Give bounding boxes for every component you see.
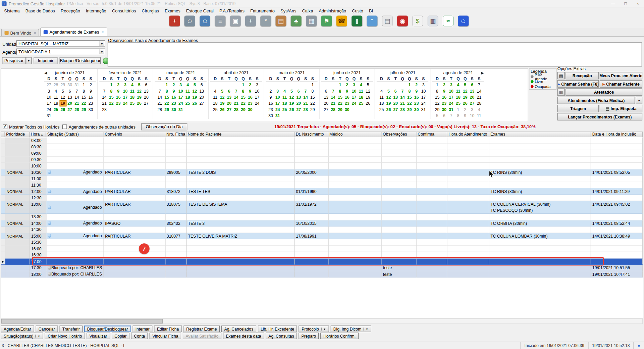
calendar-day[interactable]: 7 <box>156 88 163 94</box>
calendar-day[interactable]: 23 <box>170 100 177 106</box>
calendar-day[interactable]: 28 <box>73 106 80 112</box>
col-nome-do-paciente[interactable]: Nome do Paciente <box>186 132 294 137</box>
calendar-day[interactable]: 5 <box>365 82 372 88</box>
calendar-day[interactable]: 9 <box>115 88 122 94</box>
calendar-day[interactable]: 28 <box>233 106 240 112</box>
tab-close-icon[interactable]: × <box>34 31 36 35</box>
schedule-row-1700[interactable]: ▸17:00 <box>1 258 643 265</box>
records-icon[interactable]: ≡ <box>215 16 225 27</box>
calendar-day[interactable]: 30 <box>87 106 94 112</box>
calendar-day[interactable]: 5 <box>59 88 66 94</box>
lancar-procedimentos-button[interactable]: Lançar Procedimentos (Exames) <box>557 113 642 120</box>
calendar-day[interactable]: 12 <box>365 88 372 94</box>
calendar-day[interactable]: 19 <box>288 100 295 106</box>
recepcao-button[interactable]: Recepção <box>566 72 599 79</box>
calendar-day[interactable]: 10 <box>45 94 52 100</box>
calendar-day[interactable]: 6 <box>441 113 448 119</box>
action-copiar[interactable]: Copiar <box>112 333 129 339</box>
calendar-day[interactable]: 5 <box>385 88 392 94</box>
horizontal-scrollbar[interactable] <box>1 318 643 324</box>
atendimentos-dropdown-icon[interactable]: ▼ <box>636 97 643 104</box>
action-editar-ficha[interactable]: Editar Ficha <box>154 326 181 332</box>
calendar-day[interactable]: 11 <box>129 88 136 94</box>
calendar-day[interactable]: 22 <box>309 100 316 106</box>
meus-proc-button[interactable]: Meus Proc. em Aberto <box>600 72 642 79</box>
calendar-day[interactable]: 7 <box>233 88 240 94</box>
calendar-day[interactable]: 30 <box>66 82 73 88</box>
action-transferir[interactable]: Transferir <box>59 326 83 332</box>
calendar-day[interactable]: 2 <box>413 82 420 88</box>
col-convenio[interactable]: Convênio <box>104 132 165 137</box>
schedule-row-1500[interactable]: NORMAL15:00AgendadoPARTICULAR318077TESTE… <box>1 233 643 239</box>
calendar-day[interactable]: 14 <box>302 94 309 100</box>
calendar-day[interactable]: 12 <box>136 88 143 94</box>
calendar-day[interactable]: 12 <box>462 88 469 94</box>
calendar-day[interactable]: 28 <box>399 106 406 112</box>
calendar-day[interactable]: 5 <box>434 113 441 119</box>
calendar-day[interactable]: 27 <box>295 106 302 112</box>
calendar-day[interactable]: 1 <box>455 106 462 112</box>
atestados-icon-button[interactable]: ▥ <box>557 88 565 96</box>
calendar-day[interactable]: 25 <box>358 100 365 106</box>
menu-exames[interactable]: Exames <box>162 8 183 13</box>
calendar-day[interactable]: 13 <box>323 94 330 100</box>
ledger-icon[interactable]: ▮ <box>352 16 362 27</box>
calendar-day[interactable]: 2 <box>441 82 448 88</box>
calendar-day[interactable]: 17 <box>122 94 129 100</box>
calendar-day[interactable]: 3 <box>45 88 52 94</box>
chat-icon[interactable]: “ <box>367 16 377 27</box>
schedule-row-0900[interactable]: 09:00 <box>1 150 643 156</box>
calendar-day[interactable]: 15 <box>108 94 115 100</box>
calendar-day[interactable]: 10 <box>448 88 455 94</box>
col-hora-do-atendimento[interactable]: Hora do Atendimento <box>447 132 489 137</box>
schedule-icon[interactable]: ⚑ <box>321 16 332 27</box>
calendar-day[interactable]: 15 <box>309 94 316 100</box>
scrollbar-thumb[interactable] <box>1 319 163 323</box>
menu-consultorios[interactable]: Consultórios <box>109 8 139 13</box>
calendar-day[interactable]: 4 <box>129 82 136 88</box>
calendar-day[interactable]: 7 <box>399 88 406 94</box>
schedule-row-1430[interactable]: 14:30 <box>1 227 643 233</box>
observacoes-textarea[interactable] <box>108 42 642 66</box>
chevron-down-icon[interactable]: ▼ <box>99 49 104 54</box>
calendar-day[interactable]: 31 <box>448 106 455 112</box>
calendar-day[interactable]: 25 <box>378 106 385 112</box>
calendar-day[interactable]: 12 <box>191 88 198 94</box>
calendar-day[interactable]: 2 <box>115 82 122 88</box>
pesquisar-button[interactable]: Pesquisar <box>2 57 26 64</box>
calendar-day[interactable]: 24 <box>45 106 52 112</box>
calendar-day[interactable]: 25 <box>212 106 219 112</box>
calendar-day[interactable]: 14 <box>476 88 483 94</box>
calendar-day[interactable]: 30 <box>247 106 254 112</box>
calendar-day[interactable]: 29 <box>434 106 441 112</box>
calendar-day[interactable]: 21 <box>233 100 240 106</box>
calendar-day[interactable]: 24 <box>254 100 261 106</box>
calendar-day[interactable]: 19 <box>385 100 392 106</box>
calendar-day[interactable]: 2 <box>462 106 469 112</box>
calendar-day[interactable]: 9 <box>413 88 420 94</box>
other-units-checkbox[interactable] <box>62 124 67 129</box>
calendar-day[interactable]: 31 <box>73 82 80 88</box>
calendar-day[interactable]: 29 <box>309 106 316 112</box>
schedule-row-1000[interactable]: 10:00 <box>1 163 643 169</box>
calendar-day[interactable]: 17 <box>448 94 455 100</box>
chamar-senha-button[interactable]: ▶Chamar Senha (F8) <box>557 80 599 88</box>
calendar-day[interactable]: 18 <box>378 100 385 106</box>
calendar-day[interactable]: 26 <box>462 100 469 106</box>
menu-faturamento[interactable]: Faturamento <box>248 8 278 13</box>
calendar-day[interactable]: 1 <box>406 82 413 88</box>
calendar-day[interactable]: 10 <box>351 88 358 94</box>
calendar-day[interactable]: 7 <box>476 82 483 88</box>
calendar-day[interactable]: 23 <box>115 100 122 106</box>
schedule-row-1200[interactable]: NORMAL12:00AgendadoPARTICULAR318072TESTE… <box>1 188 643 195</box>
calendar-day[interactable]: 18 <box>212 100 219 106</box>
calendar-day[interactable]: 30 <box>413 106 420 112</box>
calendar-day[interactable]: 24 <box>274 106 281 112</box>
calendar-day[interactable]: 8 <box>239 88 247 94</box>
calendar-day[interactable]: 19 <box>219 100 226 106</box>
calendar-day[interactable]: 9 <box>87 88 94 94</box>
calendar-day[interactable]: 28 <box>476 100 483 106</box>
phone-icon[interactable]: ☎ <box>336 16 347 27</box>
calendar-day[interactable]: 2 <box>170 82 177 88</box>
calendar-day[interactable]: 11 <box>378 94 385 100</box>
